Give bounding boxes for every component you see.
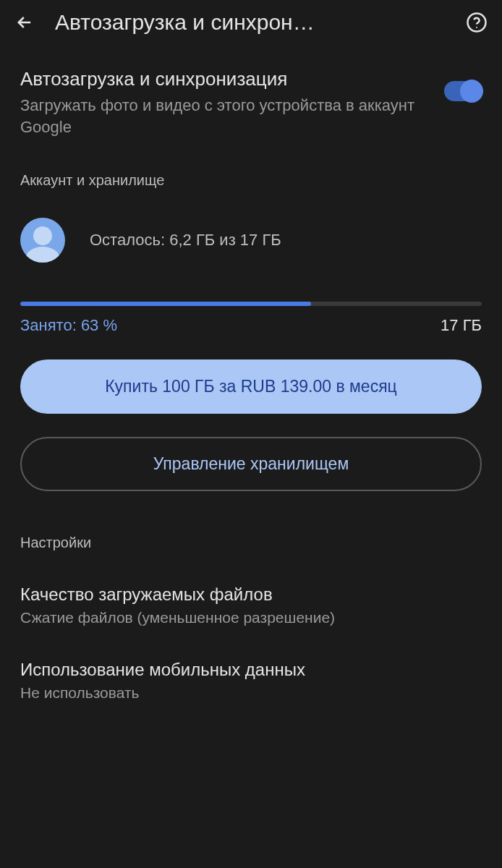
setting-title: Использование мобильных данных — [20, 660, 482, 680]
setting-subtitle: Сжатие файлов (уменьшенное разрешение) — [20, 609, 482, 626]
toggle-knob — [460, 80, 483, 103]
help-icon[interactable] — [466, 12, 488, 33]
storage-progress-labels: Занято: 63 % 17 ГБ — [20, 306, 482, 359]
setting-subtitle: Не использовать — [20, 684, 482, 702]
account-row[interactable]: Осталось: 6,2 ГБ из 17 ГБ — [20, 210, 482, 284]
storage-used-label: Занято: 63 % — [20, 316, 117, 335]
setting-upload-quality[interactable]: Качество загружаемых файлов Сжатие файло… — [20, 577, 482, 652]
setting-title: Качество загружаемых файлов — [20, 584, 482, 605]
account-storage-label: Аккаунт и хранилище — [20, 158, 482, 210]
settings-label: Настройки — [20, 527, 482, 577]
page-title: Автозагрузка и синхрон… — [55, 10, 446, 35]
avatar-icon — [20, 218, 65, 263]
manage-storage-button[interactable]: Управление хранилищем — [20, 437, 482, 491]
backup-sync-row[interactable]: Автозагрузка и синхронизация Загружать ф… — [20, 49, 482, 158]
setting-mobile-data[interactable]: Использование мобильных данных Не исполь… — [20, 652, 482, 728]
buy-storage-button[interactable]: Купить 100 ГБ за RUB 139.00 в месяц — [20, 359, 482, 414]
backup-sync-text: Автозагрузка и синхронизация Загружать ф… — [20, 68, 430, 137]
storage-progress-fill — [20, 302, 311, 306]
backup-sync-title: Автозагрузка и синхронизация — [20, 68, 430, 90]
svg-point-1 — [476, 27, 477, 28]
storage-progress-bar — [20, 302, 482, 306]
back-arrow-icon[interactable] — [14, 12, 35, 33]
main-content: Автозагрузка и синхронизация Загружать ф… — [0, 49, 502, 728]
backup-sync-subtitle: Загружать фото и видео с этого устройств… — [20, 95, 430, 137]
svg-point-0 — [468, 14, 486, 32]
storage-total-label: 17 ГБ — [441, 316, 482, 335]
storage-remaining-text: Осталось: 6,2 ГБ из 17 ГБ — [90, 231, 281, 250]
header: Автозагрузка и синхрон… — [0, 0, 502, 49]
backup-sync-toggle[interactable] — [444, 81, 482, 101]
